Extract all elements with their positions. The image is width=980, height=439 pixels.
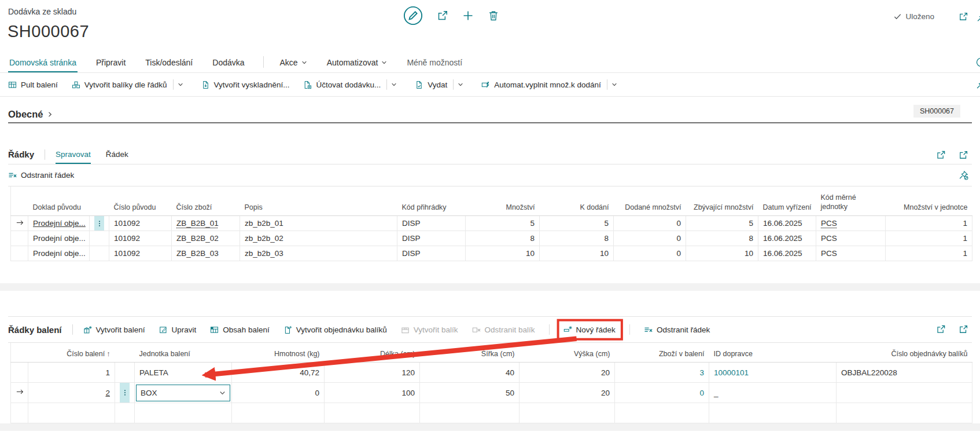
col-delka[interactable]: Délka (cm) — [325, 343, 420, 363]
lines-table: Doklad původu Číslo původu Číslo zboží P… — [10, 186, 972, 283]
row-menu-icon — [94, 216, 104, 231]
packing-part: Řádky balení Vytvořit balení Upravit Obs… — [8, 316, 972, 423]
unpin-icon[interactable] — [959, 170, 968, 180]
lines-title: Řádky — [8, 149, 34, 164]
lines-filler-row — [11, 261, 972, 284]
ribbon-vytvorit-baliky-dle-radku[interactable]: Vytvořit balíky dle řádků — [72, 79, 187, 90]
ribbon-vydat[interactable]: Vydat — [415, 79, 467, 90]
tab-menu-automatizovat[interactable]: Automatizovat — [326, 58, 389, 72]
tab-domovska-stranka[interactable]: Domovská stránka — [8, 58, 78, 72]
toolbar-vytvorit-objednavku-baliku[interactable]: Vytvořit objednávku balíků — [283, 325, 387, 334]
current-row-icon — [16, 387, 24, 396]
toolbar-odstranit-radek[interactable]: Odstranit řádek — [8, 171, 74, 180]
toolbar-obsah-baleni[interactable]: Obsah balení — [210, 325, 269, 334]
chevron-down-icon[interactable] — [611, 82, 617, 87]
packing-unit-select[interactable]: BOX — [136, 385, 230, 401]
add-icon[interactable] — [462, 10, 474, 21]
ribbon-uctovat-dodavku[interactable]: Účtovat dodávku... — [303, 79, 401, 90]
col-jednotka-baleni[interactable]: Jednotka balení — [135, 343, 232, 363]
ribbon-pult-baleni[interactable]: Pult balení — [8, 81, 58, 89]
packing-table: Číslo balení↑ Jednotka balení Hmotnost (… — [10, 343, 972, 423]
col-cislo-baleni[interactable]: Číslo balení↑ — [28, 343, 115, 363]
packing-title: Řádky balení — [8, 325, 62, 335]
edit-pencil-icon[interactable] — [403, 6, 423, 25]
toolbar-packing-odstranit-radek[interactable]: Odstranit řádek — [644, 325, 710, 334]
save-status: Uloženo — [893, 12, 934, 21]
new-row-icon — [563, 325, 572, 334]
col-vyska[interactable]: Výška (cm) — [520, 343, 615, 363]
ribbon-automat-vyplnit[interactable]: Automat.vyplnit množ.k dodání — [481, 79, 621, 90]
share-icon[interactable] — [437, 10, 448, 21]
lines-menu-radek[interactable]: Řádek — [106, 150, 128, 164]
toolbar-odstranit-balik: Odstranit balík — [472, 325, 535, 334]
popout-icon[interactable] — [959, 12, 968, 21]
items-in-package-link: 0 — [699, 389, 704, 397]
col-hmotnost[interactable]: Hmotnost (kg) — [232, 343, 325, 363]
source-doc-link: Prodejní obje... — [33, 219, 86, 228]
chevron-down-icon[interactable] — [391, 82, 397, 87]
share-icon[interactable] — [936, 324, 946, 334]
col-datum-vyrizeni[interactable]: Datum vyřízení — [758, 186, 816, 216]
part-footer-strip — [0, 423, 980, 431]
col-kod-prihradky[interactable]: Kód přihrádky — [397, 186, 466, 216]
release-icon — [415, 81, 423, 89]
popout-icon[interactable] — [959, 324, 968, 334]
ribbon-vytvorit-vyskladneni[interactable]: Vytvořit vyskladnění... — [201, 81, 290, 89]
delete-icon[interactable] — [488, 10, 499, 21]
saved-label: Uloženo — [905, 12, 934, 21]
create-packages-icon — [72, 81, 80, 89]
create-parcel-icon — [401, 325, 410, 334]
packing-empty-row — [11, 403, 972, 423]
tab-mene-moznosti[interactable]: Méně možností — [406, 58, 463, 72]
tab-pripravit[interactable]: Připravit — [95, 58, 127, 72]
carrier-id-link: 10000101 — [714, 368, 749, 377]
col-sirka[interactable]: Šířka (cm) — [420, 343, 520, 363]
clipped-pin-icon[interactable] — [976, 80, 980, 92]
action-tab-bar: Domovská stránka Připravit Tisk/odeslání… — [0, 54, 980, 73]
create-packing-icon — [83, 325, 92, 334]
create-pick-icon — [201, 81, 210, 89]
col-kod-merne-jednotky[interactable]: Kód měrné jednotky — [816, 186, 886, 216]
paleta-cell[interactable]: PALETA — [135, 363, 232, 383]
lines-part-header: Řádky Spravovat Řádek — [8, 145, 972, 164]
row-menu-icon — [120, 383, 130, 403]
clipped-circle-icon[interactable] — [976, 57, 980, 69]
chevron-down-icon[interactable] — [458, 82, 463, 87]
delete-row-icon — [644, 325, 653, 334]
lines-toolbar: Odstranit řádek — [8, 164, 972, 186]
col-mnozstvi[interactable]: Množství — [466, 186, 540, 216]
general-section-header[interactable]: Obecné SH000067 — [8, 97, 972, 123]
col-id-dopravce[interactable]: ID dopravce — [709, 343, 837, 363]
saved-check-icon — [893, 12, 902, 21]
tab-separator — [263, 56, 264, 68]
items-in-package-link: 3 — [699, 368, 704, 377]
tab-tisk-odeslani[interactable]: Tisk/odeslání — [144, 58, 194, 72]
col-zbozi-v-baleni[interactable]: Zboží v balení — [615, 343, 709, 363]
lines-header-row: Doklad původu Číslo původu Číslo zboží P… — [11, 186, 972, 216]
tab-dodavka[interactable]: Dodávka — [211, 58, 245, 72]
lines-menu-spravovat[interactable]: Spravovat — [56, 150, 91, 164]
col-cislo-objednavky-baliku[interactable]: Číslo objednávky balíků — [837, 343, 972, 363]
delete-row-icon — [8, 171, 17, 180]
tab-menu-akce[interactable]: Akce — [279, 58, 308, 72]
packing-desk-icon — [8, 81, 17, 89]
toolbar-vytvorit-baleni[interactable]: Vytvořit balení — [83, 325, 145, 334]
clipped-edge-icon[interactable] — [977, 13, 980, 25]
col-doklad-puvodu[interactable]: Doklad původu — [28, 186, 90, 216]
share-icon[interactable] — [936, 150, 946, 160]
col-popis[interactable]: Popis — [240, 186, 397, 216]
ribbon-toolbar: Pult balení Vytvořit balíky dle řádků Vy… — [0, 73, 980, 97]
col-zbyvajici-mnozstvi[interactable]: Zbývající množství — [686, 186, 758, 216]
popout-icon[interactable] — [959, 150, 968, 160]
chevron-down-icon[interactable] — [178, 82, 183, 87]
col-mnozstvi-v-jednotce[interactable]: Množství v jednotce — [886, 186, 972, 216]
col-cislo-zbozi[interactable]: Číslo zboží — [172, 186, 240, 216]
delete-parcel-icon — [472, 325, 481, 334]
general-title: Obecné — [8, 109, 43, 120]
col-k-dodani[interactable]: K dodání — [540, 186, 614, 216]
col-cislo-puvodu[interactable]: Číslo původu — [109, 186, 172, 216]
toolbar-upravit[interactable]: Upravit — [159, 325, 197, 334]
col-dodane-mnozstvi[interactable]: Dodané množství — [614, 186, 686, 216]
chevron-right-icon — [47, 111, 53, 118]
toolbar-item-novy-radek[interactable]: Nový řádek — [563, 325, 616, 334]
